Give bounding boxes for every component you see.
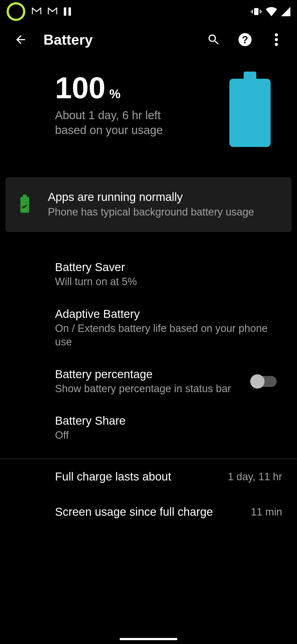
search-icon xyxy=(207,33,221,47)
cell-signal-icon xyxy=(281,7,290,16)
setting-subtitle: On / Extends battery life based on your … xyxy=(55,322,282,349)
svg-text:?: ? xyxy=(242,34,248,45)
gmail-icon xyxy=(48,7,57,16)
svg-rect-4 xyxy=(261,11,262,12)
battery-percent-value: 100 xyxy=(55,73,106,103)
setting-battery-share[interactable]: Battery Share Off xyxy=(0,405,297,451)
search-button[interactable] xyxy=(206,32,221,47)
arrow-back-icon xyxy=(14,33,27,46)
app-bar: Battery ? xyxy=(0,23,297,56)
stat-value: 11 min xyxy=(251,506,282,518)
svg-point-9 xyxy=(275,43,278,46)
setting-subtitle: Show battery percentage in status bar xyxy=(55,382,240,395)
status-left xyxy=(7,2,71,21)
setting-title: Battery percentage xyxy=(55,368,240,381)
stat-label: Screen usage since full charge xyxy=(55,505,243,519)
overflow-menu-button[interactable] xyxy=(269,32,284,47)
setting-subtitle: Off xyxy=(55,429,282,442)
battery-ok-icon xyxy=(20,197,29,213)
back-button[interactable] xyxy=(13,32,28,47)
stat-value: 1 day, 11 hr xyxy=(228,471,282,483)
setting-subtitle: Will turn on at 5% xyxy=(55,275,282,288)
setting-battery-percentage[interactable]: Battery percentage Show battery percenta… xyxy=(0,358,297,405)
wifi-icon xyxy=(266,7,277,16)
stat-screen-usage[interactable]: Screen usage since full charge 11 min xyxy=(0,494,297,530)
svg-rect-0 xyxy=(254,8,258,15)
svg-rect-2 xyxy=(260,10,261,13)
help-button[interactable]: ? xyxy=(238,32,252,47)
svg-rect-1 xyxy=(252,10,253,13)
setting-battery-saver[interactable]: Battery Saver Will turn on at 5% xyxy=(0,251,297,298)
toggle-knob xyxy=(250,374,265,389)
battery-percentage-toggle[interactable] xyxy=(251,376,277,387)
card-title: Apps are running normally xyxy=(48,190,254,204)
card-subtitle: Phone has typical background battery usa… xyxy=(48,205,254,219)
gmail-icon xyxy=(32,7,41,16)
main-content: 100 % About 1 day, 6 hr left based on yo… xyxy=(0,56,297,644)
battery-status-card[interactable]: Apps are running normally Phone has typi… xyxy=(6,177,292,232)
battery-large-icon xyxy=(229,72,271,147)
svg-rect-3 xyxy=(251,11,251,12)
page-title: Battery xyxy=(43,31,191,48)
setting-adaptive-battery[interactable]: Adaptive Battery On / Extends battery li… xyxy=(0,298,297,358)
setting-title: Battery Saver xyxy=(55,261,282,274)
svg-point-7 xyxy=(275,33,278,37)
svg-point-8 xyxy=(275,38,278,41)
pause-icon xyxy=(64,7,71,16)
vibrate-icon xyxy=(251,7,262,16)
stat-label: Full charge lasts about xyxy=(55,470,219,483)
help-icon: ? xyxy=(238,32,252,47)
stat-full-charge[interactable]: Full charge lasts about 1 day, 11 hr xyxy=(0,459,297,494)
ring-notification-icon xyxy=(7,2,25,21)
battery-estimate-text: About 1 day, 6 hr left based on your usa… xyxy=(55,108,182,138)
setting-title: Adaptive Battery xyxy=(55,307,282,321)
status-bar xyxy=(0,0,297,23)
battery-percent-symbol: % xyxy=(109,86,121,101)
gesture-nav-handle[interactable] xyxy=(120,638,177,640)
battery-hero: 100 % About 1 day, 6 hr left based on yo… xyxy=(0,73,297,147)
status-right xyxy=(251,7,290,16)
more-vert-icon xyxy=(275,33,278,46)
setting-title: Battery Share xyxy=(55,414,282,427)
